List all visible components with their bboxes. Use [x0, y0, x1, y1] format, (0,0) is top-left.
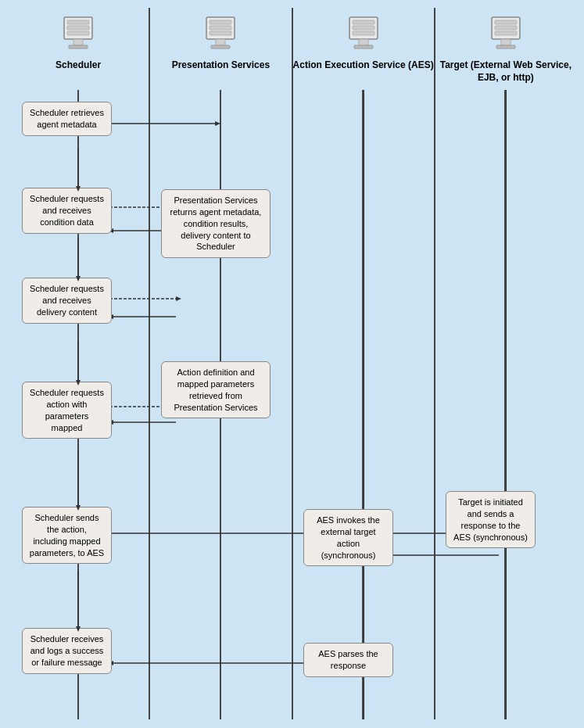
- scheduler-col-title: Scheduler: [56, 59, 101, 72]
- box-scheduler-logs: Scheduler receives and logs a success or…: [22, 628, 112, 674]
- svg-rect-13: [353, 20, 374, 24]
- aes-col-title: Action Execution Service (AES): [293, 59, 434, 72]
- svg-rect-23: [496, 45, 515, 48]
- box-target-responds: Target is initiated and sends a response…: [446, 491, 536, 548]
- box-ps-returns-metadata: Presentation Services returns agent meta…: [161, 189, 271, 258]
- svg-rect-14: [353, 26, 374, 30]
- svg-rect-15: [353, 31, 374, 35]
- scheduler-server-icon: [58, 14, 99, 55]
- svg-rect-20: [495, 26, 517, 30]
- svg-rect-11: [211, 45, 230, 48]
- svg-rect-17: [354, 45, 373, 48]
- svg-rect-5: [69, 45, 88, 48]
- diagram: Scheduler Presentation Services: [0, 0, 584, 728]
- box-scheduler-condition: Scheduler requests and receives conditio…: [22, 188, 112, 234]
- box-aes-invokes-target: AES invokes the external target action (…: [303, 509, 393, 566]
- svg-rect-16: [359, 39, 368, 45]
- svg-rect-21: [495, 31, 517, 35]
- box-aes-parses: AES parses the response: [303, 643, 393, 677]
- presentation-col-title: Presentation Services: [172, 59, 270, 72]
- svg-rect-10: [216, 39, 225, 45]
- svg-rect-4: [73, 39, 83, 45]
- presentation-server-icon: [200, 14, 241, 55]
- svg-rect-9: [210, 31, 231, 35]
- svg-rect-19: [495, 20, 517, 24]
- svg-rect-7: [210, 20, 231, 24]
- box-scheduler-action-params: Scheduler requests action with parameter…: [22, 382, 112, 439]
- svg-rect-8: [210, 26, 231, 30]
- aes-server-icon: [343, 14, 384, 55]
- box-scheduler-retrieves-metadata: Scheduler retrieves agent metadata: [22, 102, 112, 136]
- target-server-icon: [485, 14, 526, 55]
- target-col-title: Target (External Web Service, EJB, or ht…: [435, 59, 576, 84]
- svg-rect-1: [67, 20, 89, 24]
- svg-rect-3: [67, 31, 89, 35]
- svg-rect-22: [501, 39, 511, 45]
- box-ps-action-definition: Action definition and mapped parameters …: [161, 361, 271, 418]
- box-scheduler-delivery: Scheduler requests and receives delivery…: [22, 278, 112, 324]
- svg-rect-2: [67, 26, 89, 30]
- box-scheduler-sends-aes: Scheduler sends the action, including ma…: [22, 507, 112, 564]
